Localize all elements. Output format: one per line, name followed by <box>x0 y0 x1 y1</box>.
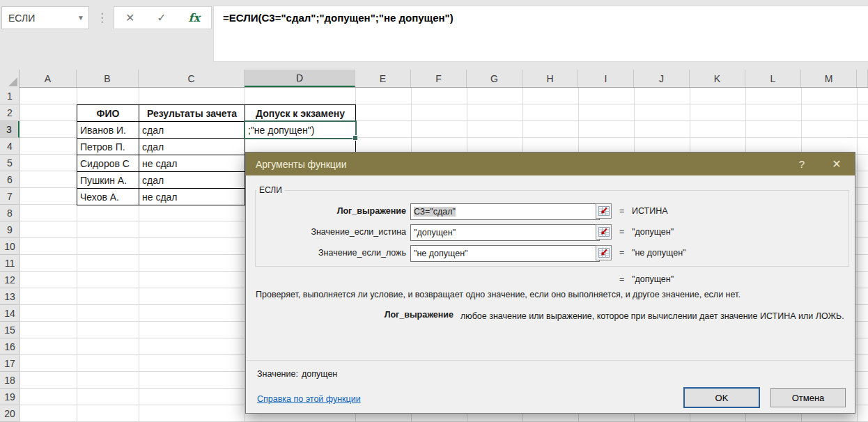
row-header-14[interactable]: 14 <box>0 305 20 322</box>
arg-help-text: любое значение или выражение, которое пр… <box>460 310 847 323</box>
row-header-9[interactable]: 9 <box>0 221 20 238</box>
cell-b3[interactable]: Иванов И. <box>77 121 139 139</box>
arg-result-value-if-false: "не допущен" <box>632 248 685 258</box>
dialog-help-icon[interactable]: ? <box>786 153 817 175</box>
row-header-13[interactable]: 13 <box>0 288 20 305</box>
dialog-title: Аргументы функции <box>256 159 346 170</box>
arg-help-label: Лог_выражение <box>316 310 454 320</box>
column-header-i[interactable]: I <box>578 70 634 87</box>
row-header-6[interactable]: 6 <box>0 171 20 188</box>
cell-b2-header[interactable]: ФИО <box>77 104 139 122</box>
collapse-dialog-button[interactable] <box>596 224 612 240</box>
formula-text[interactable]: =ЕСЛИ(C3="сдал";"допущен";"не допущен") <box>223 12 454 24</box>
arg-input-text: "не допущен" <box>414 249 467 258</box>
arg-label-value-if-true: Значение_если_истина <box>260 227 406 237</box>
column-header-d-selected[interactable]: D <box>245 70 355 87</box>
cell-b5[interactable]: Сидоров С <box>77 155 139 172</box>
column-header-e[interactable]: E <box>355 70 411 87</box>
collapse-dialog-button[interactable] <box>596 203 612 219</box>
active-cell-selection <box>244 120 357 139</box>
equals-sign: = <box>619 206 624 216</box>
column-header-stub <box>857 70 868 87</box>
row-header-3-selected[interactable]: 3 <box>0 121 20 138</box>
function-name-label: ЕСЛИ <box>256 185 285 195</box>
fill-handle[interactable] <box>352 135 358 141</box>
column-header-a[interactable]: A <box>20 70 77 87</box>
cancel-button[interactable]: Отмена <box>770 388 846 407</box>
cell-c4[interactable]: сдал <box>139 138 245 155</box>
row-header-19[interactable]: 19 <box>0 389 20 405</box>
row-header-17[interactable]: 17 <box>0 355 20 372</box>
equals-sign: = <box>619 248 624 258</box>
equals-sign: = <box>619 227 624 237</box>
function-help-link[interactable]: Справка по этой функции <box>257 394 361 404</box>
formula-final-result: "допущен" <box>632 274 674 284</box>
confirm-entry-icon[interactable]: ✓ <box>157 11 166 24</box>
row-header-20[interactable]: 20 <box>0 405 20 422</box>
cell-b4[interactable]: Петров П. <box>77 138 139 155</box>
column-header-h[interactable]: H <box>522 70 578 87</box>
column-header-c[interactable]: C <box>139 70 245 87</box>
collapse-dialog-button[interactable] <box>596 245 612 260</box>
row-header-5[interactable]: 5 <box>0 155 20 171</box>
column-header-l[interactable]: L <box>745 70 801 87</box>
row-header-2[interactable]: 2 <box>0 104 20 121</box>
excel-window: ЕСЛИ ▼ ⋮ ✕ ✓ fx =ЕСЛИ(C3="сдал";"допущен… <box>0 0 868 422</box>
column-header-j[interactable]: J <box>634 70 690 87</box>
cancel-entry-icon[interactable]: ✕ <box>125 11 134 24</box>
row-header-16[interactable]: 16 <box>0 338 20 355</box>
range-selector-icon <box>598 227 610 237</box>
function-arguments-dialog: Аргументы функции ? ✕ ЕСЛИ Лог_выражение… <box>245 152 855 414</box>
column-header-m[interactable]: M <box>801 70 857 87</box>
name-box-value[interactable]: ЕСЛИ <box>2 13 73 24</box>
ok-button[interactable]: OK <box>683 387 760 408</box>
arg-result-logical-test: ИСТИНА <box>632 206 668 216</box>
row-header-8[interactable]: 8 <box>0 205 20 221</box>
cell-c3[interactable]: сдал <box>139 121 245 139</box>
arg-result-value-if-true: "допущен" <box>632 227 674 237</box>
cell-c7[interactable]: не сдал <box>139 188 245 205</box>
row-header-4[interactable]: 4 <box>0 138 20 155</box>
arg-input-logical-test[interactable]: C3="сдал" <box>410 203 600 220</box>
row-header-15[interactable]: 15 <box>0 322 20 338</box>
row-header-7[interactable]: 7 <box>0 188 20 205</box>
cell-c2-header[interactable]: Результаты зачета <box>139 104 245 122</box>
grip-dots-icon: ⋮ <box>96 9 106 27</box>
function-description: Проверяет, выполняется ли условие, и воз… <box>256 289 845 301</box>
formula-toolbar: ✕ ✓ fx <box>114 6 212 29</box>
row-header-11[interactable]: 11 <box>0 255 20 272</box>
dialog-title-bar[interactable]: Аргументы функции <box>246 153 855 175</box>
row-header-10[interactable]: 10 <box>0 238 20 255</box>
column-header-k[interactable]: K <box>690 70 745 87</box>
row-header-1[interactable]: 1 <box>0 88 20 104</box>
range-selector-icon <box>598 206 610 216</box>
equals-sign: = <box>619 274 624 284</box>
cell-b6[interactable]: Пушкин А. <box>77 171 139 189</box>
arg-input-value-if-false[interactable]: "не допущен" <box>410 245 600 262</box>
row-header-18[interactable]: 18 <box>0 372 20 389</box>
select-all-corner[interactable] <box>0 70 20 88</box>
cell-b7[interactable]: Чехов А. <box>77 188 139 205</box>
cell-d2-header[interactable]: Допуск к экзамену <box>245 104 356 122</box>
select-all-triangle-icon <box>8 77 17 86</box>
arg-label-logical-test: Лог_выражение <box>260 206 406 216</box>
arg-input-value-if-true[interactable]: "допущен" <box>410 224 600 241</box>
value-result: допущен <box>302 369 337 379</box>
column-header-b[interactable]: B <box>77 70 139 87</box>
close-icon[interactable]: ✕ <box>821 153 852 175</box>
value-label: Значение: <box>257 369 298 379</box>
row-header-column: 1 2 3 4 5 6 7 8 9 10 11 12 13 14 15 16 1… <box>0 88 20 422</box>
gridline <box>857 88 858 422</box>
row-header-12[interactable]: 12 <box>0 272 20 288</box>
arg-input-text: "допущен" <box>414 228 456 237</box>
column-header-g[interactable]: G <box>467 70 522 87</box>
insert-function-icon[interactable]: fx <box>189 11 200 24</box>
formula-bar[interactable]: =ЕСЛИ(C3="сдал";"допущен";"не допущен") <box>213 6 868 62</box>
cell-c6[interactable]: сдал <box>139 171 245 189</box>
range-selector-icon <box>598 248 610 258</box>
arg-label-value-if-false: Значение_если_ложь <box>260 248 406 258</box>
name-box[interactable]: ЕСЛИ ▼ <box>1 6 89 29</box>
cell-c5[interactable]: не сдал <box>139 155 245 172</box>
chevron-down-icon[interactable]: ▼ <box>73 14 88 22</box>
column-header-f[interactable]: F <box>411 70 467 87</box>
